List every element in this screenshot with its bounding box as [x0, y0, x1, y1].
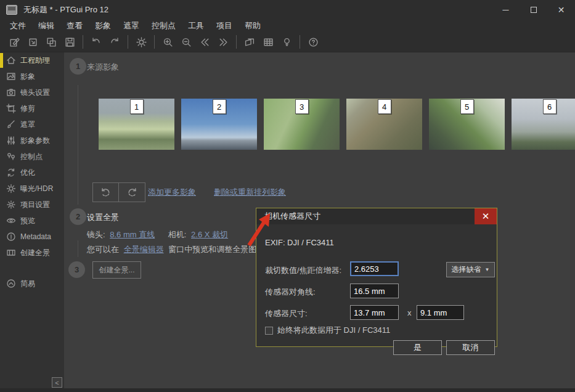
panorama-editor-icon[interactable] — [240, 34, 259, 50]
thumbnail-number-badge: 5 — [460, 99, 474, 114]
exif-info: EXIF: DJI / FC3411 — [265, 238, 334, 247]
menu-images[interactable]: 影象 — [89, 20, 117, 32]
sidebar-item-label: 预览 — [20, 216, 35, 226]
menu-project[interactable]: 项目 — [210, 20, 239, 32]
menu-mask[interactable]: 遮罩 — [117, 20, 145, 32]
rotate-cw-button[interactable] — [119, 182, 145, 202]
sidebar-item-label: 镜头设置 — [20, 88, 50, 98]
close-button[interactable]: ✕ — [547, 0, 575, 20]
thumbnail-5[interactable]: 5 — [429, 99, 505, 150]
next-icon[interactable] — [214, 34, 232, 50]
sidebar-item-control-points[interactable]: 控制点 — [0, 149, 64, 165]
thumbnail-3[interactable]: 3 — [264, 99, 340, 150]
menu-tools[interactable]: 工具 — [182, 20, 210, 32]
dialog-close-button[interactable]: ✕ — [475, 208, 497, 224]
rotate-ccw-button[interactable] — [92, 182, 119, 202]
sidebar-item-create-panorama[interactable]: 创建全景 — [0, 245, 64, 261]
gear-icon — [6, 200, 16, 210]
undo-icon[interactable] — [87, 34, 105, 50]
menu-file[interactable]: 文件 — [4, 20, 32, 32]
sidebar-item-crop[interactable]: 修剪 — [0, 100, 64, 116]
help-icon[interactable] — [304, 34, 322, 50]
sensor-width-input[interactable] — [350, 305, 399, 320]
sidebar-item-images[interactable]: 影象 — [0, 68, 64, 84]
thumbnail-6[interactable]: 6 — [512, 99, 575, 150]
thumbnail-1[interactable]: 1 — [99, 99, 174, 150]
sliders-icon — [6, 136, 16, 145]
menu-edit[interactable]: 编辑 — [32, 20, 60, 32]
save-icon[interactable] — [60, 34, 79, 50]
rotate-cw-icon — [126, 187, 138, 198]
chevron-down-icon: ▼ — [485, 267, 490, 272]
minimize-button[interactable]: ─ — [492, 0, 520, 20]
hint-prefix: 您可以在 — [87, 245, 119, 254]
brush-icon — [6, 120, 16, 129]
always-use-row: 始终将此数据用于 DJI / FC3411 — [265, 325, 390, 336]
thumbnail-4[interactable]: 4 — [346, 99, 422, 150]
thumbnail-number-badge: 4 — [378, 99, 391, 114]
camera-label: 相机: — [168, 230, 187, 239]
crop-factor-label: 裁切数值/焦距倍增器: — [265, 265, 341, 276]
sidebar-item-label: 优化 — [20, 168, 35, 178]
sidebar-item-lens-settings[interactable]: 镜头设置 — [0, 84, 64, 100]
sidebar-item-label: 影象参数 — [20, 136, 50, 146]
refresh-icon — [6, 168, 16, 178]
panorama-editor-hint: 您可以在 全景编辑器 窗口中预览和调整全景图。 — [87, 244, 264, 255]
sidebar-item-project-settings[interactable]: 项目设置 — [0, 197, 64, 213]
lens-label: 镜头: — [87, 230, 105, 239]
chevron-up-circle-icon — [6, 279, 16, 288]
sidebar-item-label: 修剪 — [20, 104, 35, 114]
thumbnail-2[interactable]: 2 — [181, 99, 257, 150]
step3-number: 3 — [68, 261, 85, 278]
menubar: 文件 编辑 查看 影象 遮罩 控制点 工具 项目 帮助 — [0, 20, 575, 32]
sidebar-item-mask[interactable]: 遮罩 — [0, 116, 64, 133]
menu-view[interactable]: 查看 — [60, 20, 89, 32]
sidebar-item-project-assistant[interactable]: 工程助理 — [0, 52, 64, 68]
toolbar — [0, 32, 575, 52]
sidebar-collapse-button[interactable]: < — [52, 377, 62, 388]
new-project-icon[interactable] — [5, 34, 23, 50]
create-panorama-button[interactable]: 创建全景... — [92, 261, 141, 279]
zoom-out-icon[interactable] — [177, 34, 195, 50]
menu-control-points[interactable]: 控制点 — [145, 20, 182, 32]
previous-icon[interactable] — [195, 34, 214, 50]
sidebar-item-optimize[interactable]: 优化 — [0, 165, 64, 181]
sidebar-item-image-parameters[interactable]: 影象参数 — [0, 133, 64, 149]
add-more-images-link[interactable]: 添加更多影象 — [148, 187, 196, 198]
remove-rearrange-images-link[interactable]: 删除或重新排列影象 — [214, 187, 286, 198]
sidebar-item-preview[interactable]: 预览 — [0, 213, 64, 229]
settings-icon[interactable] — [132, 34, 150, 50]
step1-title: 来源影象 — [87, 62, 119, 73]
lamp-icon[interactable] — [277, 34, 296, 50]
sidebar-item-exposure-hdr[interactable]: 曝光/HDR — [0, 181, 64, 197]
yes-button[interactable]: 是 — [393, 340, 442, 355]
lens-link[interactable]: 8.6 mm 直线 — [110, 230, 155, 239]
sidebar-item-metadata[interactable]: Metadata — [0, 229, 64, 245]
panorama-editor-link[interactable]: 全景编辑器 — [124, 245, 164, 254]
crop-factor-input[interactable] — [350, 261, 399, 276]
sidebar-item-simple-mode[interactable]: 简易 — [0, 276, 64, 292]
info-icon — [6, 232, 16, 242]
open-icon[interactable] — [23, 34, 42, 50]
select-default-button[interactable]: 选择缺省 ▼ — [446, 262, 495, 277]
detail-viewer-icon[interactable] — [259, 34, 277, 50]
sensor-height-input[interactable] — [417, 305, 464, 320]
window-title: 无标题 * - PTGui Pro 12 — [23, 4, 108, 15]
camera-crop-link[interactable]: 2.6 X 裁切 — [191, 230, 228, 239]
copy-icon[interactable] — [42, 34, 60, 50]
step2-title: 设置全景 — [87, 212, 119, 223]
sensor-diagonal-input[interactable] — [350, 284, 399, 298]
step2-number: 2 — [70, 208, 86, 225]
redo-icon[interactable] — [105, 34, 124, 50]
app-icon — [6, 5, 17, 15]
sidebar-item-label: 创建全景 — [20, 248, 50, 258]
menu-help[interactable]: 帮助 — [239, 20, 267, 32]
zoom-in-icon[interactable] — [158, 34, 177, 50]
camera-icon — [6, 88, 16, 97]
always-use-checkbox[interactable] — [265, 327, 273, 335]
rotate-buttons — [92, 182, 145, 202]
cancel-button[interactable]: 取消 — [446, 340, 495, 355]
size-separator: x — [407, 308, 412, 317]
dialog-titlebar[interactable]: 相机传感器尺寸 ✕ — [256, 208, 497, 224]
maximize-button[interactable] — [520, 0, 547, 20]
